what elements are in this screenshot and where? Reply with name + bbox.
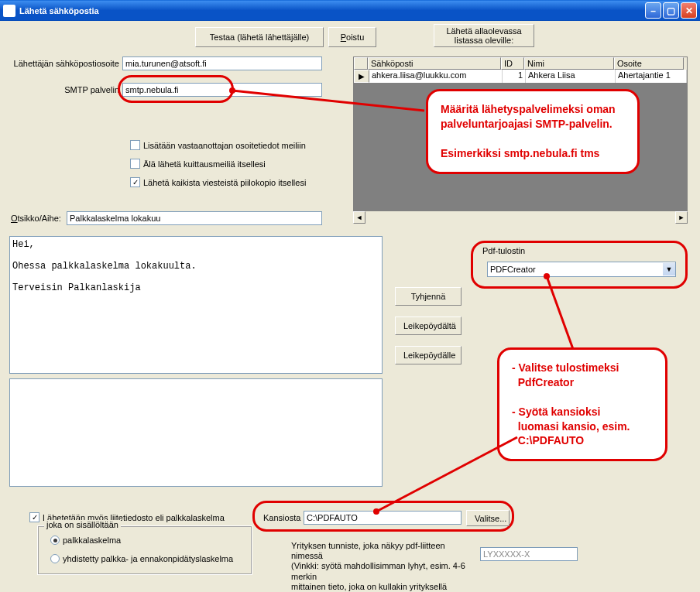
no-ack-checkbox[interactable] bbox=[130, 159, 140, 169]
smtp-label: SMTP palvelin bbox=[11, 85, 119, 94]
send-list-button[interactable]: Lähetä allaolevassalistassa oleville: bbox=[434, 24, 534, 47]
cell-id[interactable]: 1 bbox=[503, 70, 526, 83]
from-clipboard-button[interactable]: Leikepöydältä bbox=[395, 317, 462, 335]
smtp-highlight bbox=[118, 75, 234, 103]
subject-input[interactable] bbox=[67, 211, 322, 225]
content-radio-combined-label: yhdistetty palkka- ja ennakonpidätyslask… bbox=[63, 554, 233, 563]
row-pointer-icon: ▶ bbox=[354, 70, 369, 83]
cell-name[interactable]: Ahkera Liisa bbox=[526, 70, 616, 83]
minimize-button[interactable]: – bbox=[645, 2, 661, 19]
title-bar: Lähetä sähköpostia – ▢ ✕ bbox=[0, 0, 700, 21]
content-group-title: joka on sisällöltään bbox=[44, 520, 121, 529]
grid-header-email[interactable]: Sähköposti bbox=[368, 57, 501, 70]
clear-button[interactable]: Tyhjennä bbox=[395, 287, 462, 306]
scrollbar-track[interactable] bbox=[365, 211, 675, 224]
bcc-label: Lähetä kaikista viesteistä piilokopio it… bbox=[143, 178, 306, 187]
folder-input[interactable] bbox=[304, 511, 462, 525]
company-id-hint: Yrityksen tunniste, joka näkyy pdf-liitt… bbox=[291, 541, 477, 592]
content-radio-payslip-label: palkkalaskelma bbox=[63, 536, 121, 545]
exit-button[interactable]: Poistu bbox=[328, 27, 376, 47]
chevron-down-icon[interactable]: ▼ bbox=[663, 263, 675, 275]
folder-label: Kansiosta bbox=[263, 513, 300, 522]
pdf-printer-value: PDFCreator bbox=[488, 264, 663, 275]
content-groupbox: joka on sisällöltään palkkalaskelma yhdi… bbox=[37, 525, 252, 575]
attach-checkbox[interactable]: ✓ bbox=[29, 512, 39, 522]
content-radio-combined[interactable] bbox=[50, 554, 60, 563]
callout-smtp: Määritä lähetyspalvelimeksi oman palvelu… bbox=[426, 89, 640, 174]
window-title: Lähetä sähköpostia bbox=[19, 6, 645, 15]
add-addr-checkbox[interactable] bbox=[130, 140, 140, 150]
sender-label: Lähettäjän sähköpostiosoite bbox=[11, 59, 119, 68]
scroll-left-button[interactable]: ◄ bbox=[353, 211, 365, 224]
cell-email[interactable]: ahkera.liisa@luukku.com bbox=[369, 70, 503, 83]
grid-header-addr[interactable]: Osoite bbox=[614, 57, 684, 70]
bcc-checkbox[interactable]: ✓ bbox=[130, 177, 140, 187]
grid-header-selector bbox=[354, 57, 368, 70]
secondary-textarea[interactable] bbox=[9, 378, 383, 487]
table-row[interactable]: ▶ ahkera.liisa@luukku.com 1 Ahkera Liisa… bbox=[354, 70, 687, 83]
grid-header-id[interactable]: ID bbox=[501, 57, 524, 70]
no-ack-label: Älä lähetä kuittausmeiliä itsellesi bbox=[143, 159, 266, 169]
to-clipboard-button[interactable]: Leikepöydälle bbox=[395, 346, 462, 364]
app-icon bbox=[3, 5, 15, 17]
company-id-input[interactable] bbox=[480, 547, 578, 561]
add-addr-label: Lisätään vastaanottajan osoitetiedot mei… bbox=[143, 141, 306, 150]
body-textarea[interactable] bbox=[9, 236, 383, 374]
content-radio-payslip[interactable] bbox=[50, 536, 60, 545]
pdf-printer-group: Pdf-tulostin PDFCreator ▼ bbox=[471, 241, 688, 289]
cell-addr[interactable]: Ahertajantie 1 bbox=[616, 70, 687, 83]
subject-label: Otsikko/Aihe: bbox=[11, 214, 61, 223]
sender-input[interactable] bbox=[122, 56, 322, 70]
pdf-printer-combo[interactable]: PDFCreator ▼ bbox=[487, 262, 676, 277]
scroll-right-button[interactable]: ► bbox=[675, 211, 688, 224]
pdf-group-label: Pdf-tulostin bbox=[482, 246, 525, 255]
callout-pdfcreator: - Valitse tulostimeksi PdfCreator- Syötä… bbox=[497, 347, 667, 461]
grid-header-name[interactable]: Nimi bbox=[524, 57, 614, 70]
maximize-button[interactable]: ▢ bbox=[663, 2, 679, 19]
browse-button[interactable]: Valitse... bbox=[466, 510, 510, 526]
close-button[interactable]: ✕ bbox=[681, 2, 697, 19]
test-send-button[interactable]: Testaa (lähetä lähettäjälle) bbox=[195, 27, 324, 47]
